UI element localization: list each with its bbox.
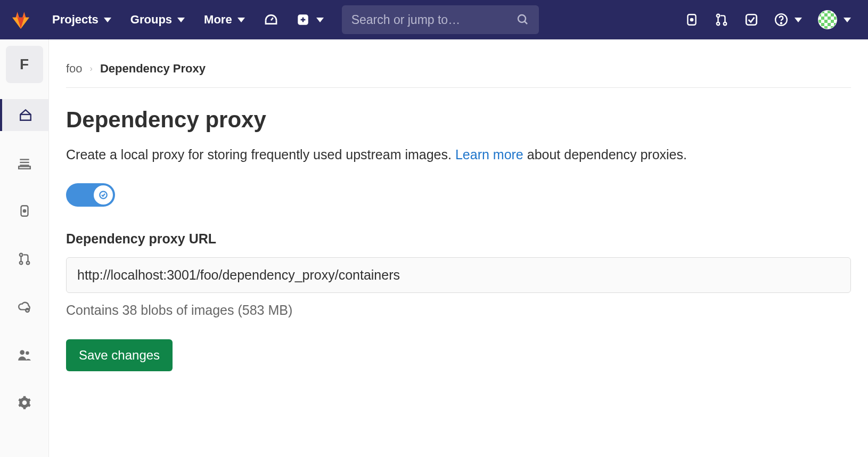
toggle-knob [94, 185, 113, 205]
top-navbar: Projects Groups More [0, 0, 868, 39]
home-icon [19, 108, 32, 122]
nav-create-new[interactable] [290, 9, 330, 31]
group-initial: F [20, 56, 29, 73]
svg-point-19 [23, 210, 25, 212]
chevron-down-icon [795, 18, 802, 22]
breadcrumb-group[interactable]: foo [66, 62, 83, 76]
url-field-label: Dependency proxy URL [66, 231, 851, 247]
desc-text-before: Create a local proxy for storing frequen… [66, 147, 455, 162]
chevron-down-icon [844, 18, 851, 22]
svg-point-8 [717, 14, 719, 17]
chevron-down-icon [177, 18, 185, 22]
svg-point-13 [781, 22, 782, 23]
check-icon [99, 190, 108, 200]
sidebar-group-tile[interactable]: F [6, 46, 43, 83]
desc-text-after: about dependency proxies. [523, 147, 687, 162]
members-icon [18, 348, 31, 362]
chevron-down-icon [104, 18, 111, 22]
svg-point-4 [518, 15, 526, 22]
svg-line-0 [271, 18, 273, 20]
nav-more[interactable]: More [196, 9, 252, 31]
sidebar-item-merge-requests[interactable] [0, 243, 49, 275]
sidebar-item-issues[interactable] [0, 195, 49, 227]
sidebar: F [0, 39, 49, 457]
sidebar-item-members[interactable] [0, 339, 49, 371]
page-description: Create a local proxy for storing frequen… [66, 144, 705, 165]
save-button[interactable]: Save changes [66, 339, 173, 371]
svg-point-10 [724, 22, 726, 25]
nav-projects[interactable]: Projects [45, 9, 119, 31]
svg-rect-11 [746, 14, 757, 25]
nav-todos-icon[interactable] [738, 9, 765, 31]
nav-user-menu[interactable] [812, 6, 857, 34]
learn-more-link[interactable]: Learn more [455, 147, 523, 162]
sidebar-item-settings[interactable] [0, 387, 49, 419]
svg-point-29 [26, 352, 29, 355]
avatar [818, 10, 837, 29]
issues-icon [18, 204, 31, 218]
sidebar-item-kubernetes[interactable] [0, 291, 49, 323]
svg-point-9 [717, 22, 719, 25]
enable-proxy-toggle[interactable] [66, 183, 115, 207]
proxy-url-field[interactable] [66, 257, 851, 293]
nav-dashboard-icon[interactable] [257, 7, 285, 32]
svg-point-20 [19, 254, 22, 256]
nav-merge-requests-icon[interactable] [708, 9, 735, 31]
svg-point-21 [19, 262, 22, 264]
svg-point-7 [691, 19, 693, 21]
gear-icon [18, 396, 31, 410]
svg-point-22 [26, 262, 29, 264]
chevron-down-icon [316, 18, 324, 22]
search-box[interactable] [342, 5, 539, 34]
merge-request-icon [18, 252, 31, 266]
breadcrumb-separator: › [90, 64, 93, 74]
nav-projects-label: Projects [52, 13, 99, 27]
nav-more-label: More [204, 13, 232, 27]
svg-line-5 [525, 21, 527, 24]
nav-issues-icon[interactable] [678, 9, 705, 31]
sidebar-item-overview[interactable] [0, 99, 49, 131]
page-title: Dependency proxy [66, 107, 851, 133]
epics-icon [18, 156, 31, 170]
nav-help-icon[interactable] [768, 9, 808, 31]
main-content: foo › Dependency Proxy Dependency proxy … [49, 39, 868, 457]
breadcrumb: foo › Dependency Proxy [66, 52, 851, 88]
nav-groups-label: Groups [130, 13, 172, 27]
search-icon [517, 13, 529, 26]
svg-point-28 [20, 350, 24, 355]
nav-groups[interactable]: Groups [123, 9, 192, 31]
blob-info-text: Contains 38 blobs of images (583 MB) [66, 303, 851, 318]
chevron-down-icon [238, 18, 245, 22]
gitlab-logo[interactable] [11, 10, 31, 30]
search-input[interactable] [351, 13, 517, 27]
cloud-gear-icon [18, 300, 31, 314]
breadcrumb-current: Dependency Proxy [100, 62, 206, 76]
sidebar-item-epics[interactable] [0, 147, 49, 179]
